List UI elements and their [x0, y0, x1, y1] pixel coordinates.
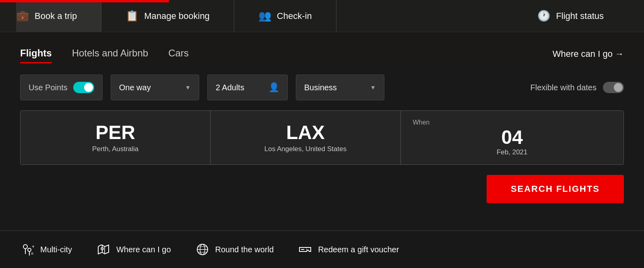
redeem-voucher-link[interactable]: Redeem a gift voucher [298, 242, 399, 257]
flexible-dates-group: Flexible with dates [530, 82, 624, 93]
date-month-year: Feb, 2021 [497, 148, 528, 156]
date-day: 04 [502, 127, 523, 148]
nav-book-a-trip-label: Book a trip [35, 11, 77, 21]
where-can-i-go-header-link[interactable]: Where can I go → [553, 49, 624, 59]
when-label: When [413, 119, 430, 126]
map-destinations-icon [96, 242, 111, 257]
briefcase-icon: 💼 [16, 10, 29, 22]
where-can-i-go-label: Where can I go [116, 245, 171, 254]
document-icon: 📋 [126, 10, 138, 22]
tab-row: Flights Hotels and Airbnb Cars Where can… [20, 44, 624, 63]
flexible-dates-toggle[interactable] [603, 82, 624, 93]
nav-check-in-label: Check-in [277, 11, 312, 21]
tab-cars[interactable]: Cars [168, 44, 189, 63]
chevron-down-icon: ▼ [185, 84, 191, 91]
adults-selector[interactable]: 2 Adults 👤 [207, 75, 288, 100]
search-row: SEARCH FLIGHTS [20, 175, 624, 203]
where-can-i-go-link[interactable]: Where can I go [96, 242, 171, 257]
clock-icon: 🕐 [537, 10, 550, 22]
trip-type-value: One way [119, 83, 151, 92]
nav-check-in[interactable]: 👥 Check-in [234, 0, 336, 32]
cabin-class-dropdown[interactable]: Business ▼ [296, 75, 384, 100]
use-points-group: Use Points [20, 75, 103, 100]
origin-name: Perth, Australia [92, 145, 138, 153]
flexible-toggle-knob [614, 83, 623, 92]
nav-book-a-trip[interactable]: 💼 Book a trip [16, 0, 101, 32]
toggle-knob [84, 83, 93, 92]
destination-code: LAX [286, 122, 325, 143]
multi-city-icon: + [20, 242, 35, 257]
bottom-links: + Multi-city Where can I go [0, 231, 644, 268]
adults-value: 2 Adults [216, 83, 244, 92]
person-icon: 👤 [268, 82, 279, 93]
svg-text:+: + [32, 244, 34, 249]
controls-row: Use Points One way ▼ 2 Adults 👤 Business… [20, 75, 624, 100]
round-the-world-link[interactable]: Round the world [195, 242, 274, 257]
nav-flight-status-label: Flight status [556, 11, 604, 21]
trip-type-dropdown[interactable]: One way ▼ [111, 75, 199, 100]
nav-manage-booking-label: Manage booking [144, 11, 210, 21]
nav-manage-booking[interactable]: 📋 Manage booking [101, 0, 234, 32]
destination-name: Los Angeles, United States [264, 145, 347, 153]
ticket-icon [298, 242, 312, 257]
multi-city-link[interactable]: + Multi-city [20, 242, 72, 257]
origin-code: PER [95, 122, 135, 143]
search-fields-row: PER Perth, Australia LAX Los Angeles, Un… [20, 110, 624, 165]
people-icon: 👥 [258, 10, 271, 22]
flexible-dates-label: Flexible with dates [530, 83, 597, 92]
svg-point-0 [23, 245, 27, 249]
use-points-label: Use Points [29, 83, 68, 92]
nav-flight-status[interactable]: 🕐 Flight status [513, 0, 628, 32]
globe-icon [195, 242, 210, 257]
chevron-down-icon-cabin: ▼ [370, 84, 376, 91]
tab-hotels[interactable]: Hotels and Airbnb [72, 44, 148, 63]
use-points-toggle[interactable] [73, 82, 94, 93]
destination-field[interactable]: LAX Los Angeles, United States [211, 111, 400, 164]
date-field[interactable]: When 04 Feb, 2021 [401, 111, 624, 164]
cabin-value: Business [304, 83, 337, 92]
tab-flights[interactable]: Flights [20, 44, 52, 63]
svg-point-2 [28, 248, 31, 251]
multi-city-label: Multi-city [40, 245, 72, 254]
redeem-voucher-label: Redeem a gift voucher [318, 245, 399, 254]
origin-field[interactable]: PER Perth, Australia [21, 111, 211, 164]
search-flights-button[interactable]: SEARCH FLIGHTS [487, 175, 624, 203]
top-nav: 💼 Book a trip 📋 Manage booking 👥 Check-i… [0, 0, 644, 32]
round-the-world-label: Round the world [215, 245, 274, 254]
red-top-bar [0, 0, 169, 2]
svg-point-4 [31, 252, 33, 255]
